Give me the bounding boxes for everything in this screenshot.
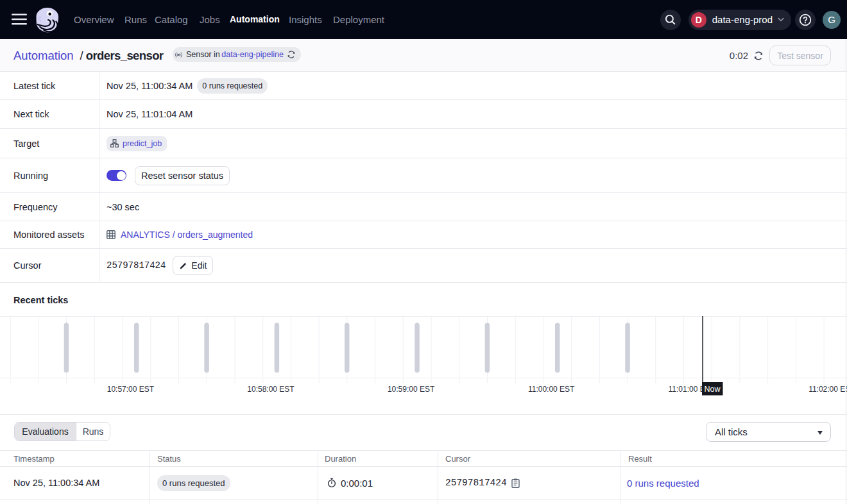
svg-text:11:00:00 EST: 11:00:00 EST (528, 385, 575, 394)
svg-text:10:59:00 EST: 10:59:00 EST (388, 385, 435, 394)
svg-text:10:58:00 EST: 10:58:00 EST (247, 385, 295, 394)
svg-text:Now: Now (704, 385, 721, 394)
svg-text:11:02:00 EST: 11:02:00 EST (809, 385, 847, 394)
svg-text:10:57:00 EST: 10:57:00 EST (107, 385, 155, 394)
